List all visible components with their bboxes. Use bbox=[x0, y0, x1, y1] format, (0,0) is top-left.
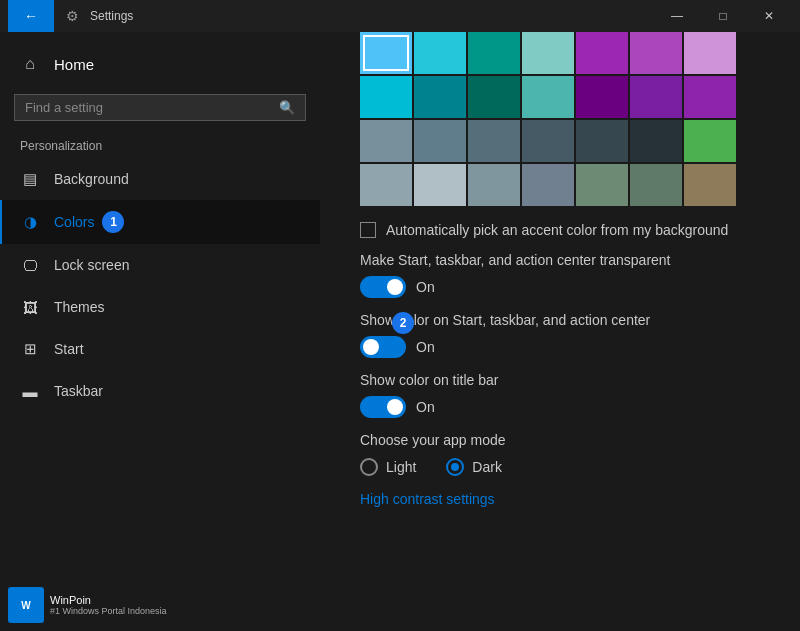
sidebar-item-taskbar-label: Taskbar bbox=[54, 383, 103, 399]
transparent-label: Make Start, taskbar, and action center t… bbox=[360, 252, 760, 268]
colors-icon: ◑ bbox=[20, 212, 40, 232]
color-swatch[interactable] bbox=[684, 164, 736, 206]
color-swatch[interactable] bbox=[684, 76, 736, 118]
high-contrast-link[interactable]: High contrast settings bbox=[360, 491, 495, 507]
color-swatch[interactable] bbox=[576, 120, 628, 162]
maximize-button[interactable]: □ bbox=[700, 0, 746, 32]
high-contrast-link-row: High contrast settings bbox=[360, 490, 760, 508]
title-bar-text: Settings bbox=[90, 9, 654, 23]
show-color-label: Show color on Start, taskbar, and action… bbox=[360, 312, 760, 328]
color-grid bbox=[360, 32, 760, 206]
color-swatch[interactable] bbox=[684, 32, 736, 74]
color-swatch[interactable] bbox=[576, 32, 628, 74]
sidebar-item-themes[interactable]: 🖼 Themes bbox=[0, 286, 320, 328]
transparent-toggle[interactable] bbox=[360, 276, 406, 298]
settings-icon: ⚙ bbox=[62, 6, 82, 26]
lock-screen-icon: 🖵 bbox=[20, 255, 40, 275]
content-area: Automatically pick an accent color from … bbox=[320, 32, 800, 631]
color-swatch[interactable] bbox=[360, 164, 412, 206]
sidebar-item-background[interactable]: ▤ Background bbox=[0, 158, 320, 200]
app-mode-options: Light Dark bbox=[360, 458, 760, 476]
color-swatch[interactable] bbox=[522, 164, 574, 206]
title-bar-toggle-row: On bbox=[360, 396, 760, 418]
sidebar-item-background-label: Background bbox=[54, 171, 129, 187]
themes-icon: 🖼 bbox=[20, 297, 40, 317]
transparent-toggle-row: On bbox=[360, 276, 760, 298]
app-mode-setting: Choose your app mode Light Dark bbox=[360, 432, 760, 476]
sidebar-home[interactable]: ⌂ Home bbox=[0, 42, 320, 86]
color-swatch[interactable] bbox=[414, 120, 466, 162]
branding-tagline: #1 Windows Portal Indonesia bbox=[50, 606, 167, 616]
color-swatch[interactable] bbox=[360, 120, 412, 162]
color-swatch[interactable] bbox=[360, 32, 412, 74]
show-color-badge: 2 bbox=[392, 312, 414, 334]
color-swatch[interactable] bbox=[630, 32, 682, 74]
branding-name: WinPoin bbox=[50, 594, 167, 606]
title-bar-toggle-label: On bbox=[416, 399, 435, 415]
colors-badge: 1 bbox=[102, 211, 124, 233]
title-bar-setting: Show color on title bar On bbox=[360, 372, 760, 418]
show-color-toggle[interactable] bbox=[360, 336, 406, 358]
sidebar-item-lock-screen[interactable]: 🖵 Lock screen bbox=[0, 244, 320, 286]
title-bar-label: Show color on title bar bbox=[360, 372, 760, 388]
color-swatch[interactable] bbox=[522, 120, 574, 162]
radio-dark[interactable] bbox=[446, 458, 464, 476]
show-color-toggle-label: On bbox=[416, 339, 435, 355]
radio-dark-label: Dark bbox=[472, 459, 502, 475]
color-swatch[interactable] bbox=[630, 164, 682, 206]
color-swatch[interactable] bbox=[684, 120, 736, 162]
auto-accent-label: Automatically pick an accent color from … bbox=[386, 222, 728, 238]
close-button[interactable]: ✕ bbox=[746, 0, 792, 32]
start-icon: ⊞ bbox=[20, 339, 40, 359]
back-icon: ← bbox=[24, 8, 38, 24]
color-swatch[interactable] bbox=[414, 164, 466, 206]
radio-light-label: Light bbox=[386, 459, 416, 475]
sidebar-item-themes-label: Themes bbox=[54, 299, 105, 315]
branding: W WinPoin #1 Windows Portal Indonesia bbox=[8, 587, 167, 623]
color-swatch[interactable] bbox=[522, 76, 574, 118]
app-mode-label: Choose your app mode bbox=[360, 432, 760, 448]
taskbar-icon: ▬ bbox=[20, 381, 40, 401]
transparent-toggle-label: On bbox=[416, 279, 435, 295]
search-input[interactable] bbox=[25, 100, 279, 115]
color-swatch[interactable] bbox=[468, 164, 520, 206]
sidebar-item-colors[interactable]: ◑ Colors 1 bbox=[0, 200, 320, 244]
search-box[interactable]: 🔍 bbox=[14, 94, 306, 121]
color-swatch[interactable] bbox=[414, 32, 466, 74]
color-swatch[interactable] bbox=[630, 120, 682, 162]
branding-logo: W bbox=[8, 587, 44, 623]
sidebar-item-start[interactable]: ⊞ Start bbox=[0, 328, 320, 370]
sidebar-item-start-label: Start bbox=[54, 341, 84, 357]
color-swatch[interactable] bbox=[576, 76, 628, 118]
show-color-setting: Show color on Start, taskbar, and action… bbox=[360, 312, 760, 358]
auto-accent-checkbox[interactable] bbox=[360, 222, 376, 238]
home-icon: ⌂ bbox=[20, 54, 40, 74]
color-swatch[interactable] bbox=[468, 120, 520, 162]
radio-light[interactable] bbox=[360, 458, 378, 476]
color-swatch[interactable] bbox=[630, 76, 682, 118]
sidebar-item-colors-label: Colors bbox=[54, 214, 94, 230]
sidebar-home-label: Home bbox=[54, 56, 94, 73]
title-bar-toggle[interactable] bbox=[360, 396, 406, 418]
sidebar-item-taskbar[interactable]: ▬ Taskbar bbox=[0, 370, 320, 412]
sidebar: ⌂ Home 🔍 Personalization ▤ Background ◑ … bbox=[0, 32, 320, 631]
color-swatch[interactable] bbox=[414, 76, 466, 118]
color-swatch[interactable] bbox=[468, 76, 520, 118]
color-swatch[interactable] bbox=[522, 32, 574, 74]
radio-option-light[interactable]: Light bbox=[360, 458, 416, 476]
search-icon: 🔍 bbox=[279, 100, 295, 115]
color-swatch[interactable] bbox=[360, 76, 412, 118]
show-color-toggle-row: On 2 bbox=[360, 336, 760, 358]
window-controls: — □ ✕ bbox=[654, 0, 792, 32]
radio-option-dark[interactable]: Dark bbox=[446, 458, 502, 476]
color-swatch[interactable] bbox=[468, 32, 520, 74]
auto-accent-row: Automatically pick an accent color from … bbox=[360, 222, 760, 238]
branding-info: WinPoin #1 Windows Portal Indonesia bbox=[50, 594, 167, 616]
back-button[interactable]: ← bbox=[8, 0, 54, 32]
background-icon: ▤ bbox=[20, 169, 40, 189]
transparent-setting: Make Start, taskbar, and action center t… bbox=[360, 252, 760, 298]
minimize-button[interactable]: — bbox=[654, 0, 700, 32]
color-swatch[interactable] bbox=[576, 164, 628, 206]
sidebar-item-lock-screen-label: Lock screen bbox=[54, 257, 129, 273]
title-bar: ← ⚙ Settings — □ ✕ bbox=[0, 0, 800, 32]
